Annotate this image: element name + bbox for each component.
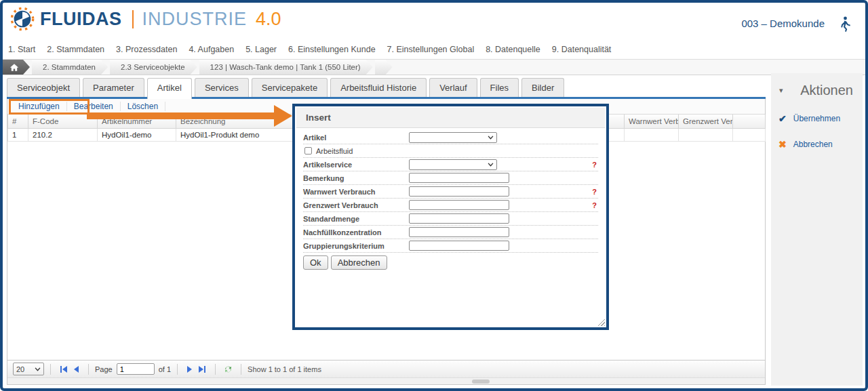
cell-filler [733, 128, 766, 141]
page-size-value: 20 [16, 365, 24, 373]
tab-serviceobjekt[interactable]: Serviceobjekt [7, 78, 80, 97]
grenzwert-label: Grenzwert Verbrauch [303, 201, 409, 209]
nav-item-aufgaben[interactable]: 4. Aufgaben [189, 45, 234, 54]
col-header-bezeichnung[interactable]: Bezeichnung [176, 115, 296, 128]
col-header-grenzwert[interactable]: Grenzwert Verbrauch [679, 115, 733, 128]
nav-item-datenqualitaet[interactable]: 9. Datenqualität [552, 45, 612, 54]
brand-name: FLUIDAS [40, 9, 122, 30]
field-row-nachfuellkonzentration: Nachfüllkonzentration [303, 226, 598, 239]
tab-arbeitsfluid-historie[interactable]: Arbeitsfluid Historie [330, 78, 427, 97]
arbeitsfluid-label: Arbeitsfluid [316, 147, 353, 155]
artikel-select[interactable] [409, 132, 497, 143]
next-page-button[interactable] [187, 366, 192, 373]
horizontal-scrollbar[interactable] [7, 377, 765, 384]
nav-item-lager[interactable]: 5. Lager [245, 45, 277, 54]
ok-button[interactable]: Ok [303, 255, 328, 270]
gruppierungskriterium-input[interactable] [409, 241, 509, 251]
pager-separator [177, 364, 178, 375]
breadcrumb-home[interactable] [3, 60, 30, 75]
tab-verlauf[interactable]: Verlauf [429, 78, 477, 97]
required-mark: ? [592, 201, 598, 209]
cancel-action-label: Abbrechen [793, 140, 833, 149]
actions-header: ▾ Aktionen [771, 73, 863, 98]
dialog-title: Insert [296, 108, 605, 128]
scrollbar-thumb[interactable] [472, 379, 490, 384]
tab-artikel[interactable]: Artikel [147, 78, 192, 99]
check-icon: ✔ [778, 113, 787, 124]
cell-fcode: 210.2 [28, 128, 98, 141]
apply-action-label: Übernehmen [793, 114, 840, 123]
field-row-standardmenge: Standardmenge [303, 212, 598, 226]
field-row-grenzwert: Grenzwert Verbrauch ? [303, 199, 598, 212]
gear-logo-icon [9, 6, 35, 32]
page-number-input[interactable] [117, 363, 155, 375]
apply-action[interactable]: ✔ Übernehmen [778, 113, 863, 124]
cell-grenzwert [679, 128, 733, 141]
artikelservice-select[interactable] [409, 159, 497, 170]
nav-item-einstellungen-kunde[interactable]: 6. Einstellungen Kunde [288, 45, 376, 54]
insert-dialog: Insert Artikel Arbeitsfluid Artikelservi… [292, 104, 609, 330]
standardmenge-input[interactable] [409, 213, 509, 224]
actions-sidebar: ▾ Aktionen ✔ Übernehmen ✖ Abbrechen [771, 73, 863, 386]
cancel-action[interactable]: ✖ Abbrechen [778, 139, 863, 150]
artikel-label: Artikel [303, 133, 409, 142]
dialog-buttons: Ok Abbrechen [303, 253, 598, 271]
page-size-select[interactable]: 20 [13, 363, 44, 375]
logo-divider [132, 10, 134, 28]
chevron-down-icon [488, 163, 494, 167]
col-header-index[interactable]: # [8, 115, 28, 128]
tab-parameter[interactable]: Parameter [83, 78, 144, 97]
resize-grip[interactable] [596, 317, 605, 326]
prev-page-button[interactable] [74, 366, 79, 373]
delete-button[interactable]: Löschen [121, 102, 165, 111]
logout-icon[interactable] [837, 16, 852, 35]
nav-item-prozessdaten[interactable]: 3. Prozessdaten [116, 45, 177, 54]
breadcrumb-item-serviceobjekt-detail[interactable]: 123 | Wasch-Tank demo | Tank 1 (550 Lite… [199, 60, 373, 75]
nav-item-start[interactable]: 1. Start [8, 45, 35, 54]
page-label: Page [95, 365, 113, 373]
x-icon: ✖ [778, 139, 787, 150]
nav-item-datenquelle[interactable]: 8. Datenquelle [486, 45, 540, 54]
add-button[interactable]: Hinzufügen [12, 102, 67, 111]
pager-separator [50, 364, 51, 375]
chevron-down-icon [35, 367, 41, 371]
pager-bar: 20 Page of 1 Show 1 to 1 of 1 items [7, 360, 765, 377]
chevron-down-icon [488, 136, 494, 140]
edit-button[interactable]: Bearbeiten [67, 102, 121, 111]
gruppierungskriterium-label: Gruppierungskriterium [303, 242, 409, 250]
field-row-artikel: Artikel [303, 131, 598, 144]
tab-servicepakete[interactable]: Servicepakete [252, 78, 328, 97]
tab-files[interactable]: Files [480, 78, 519, 97]
field-row-warnwert: Warnwert Verbrauch ? [303, 185, 598, 199]
standardmenge-label: Standardmenge [303, 215, 409, 223]
col-header-artikelnummer[interactable]: Artikelnummer [98, 115, 176, 128]
col-header-warnwert[interactable]: Warnwert Verbrauch [625, 115, 679, 128]
tab-bilder[interactable]: Bilder [521, 78, 564, 97]
tab-bar: Serviceobjekt Parameter Artikel Services… [7, 77, 766, 99]
pager-separator [241, 364, 241, 375]
grenzwert-input[interactable] [409, 200, 509, 210]
breadcrumb-item-stammdaten[interactable]: 2. Stammdaten [32, 60, 108, 75]
field-row-gruppierungskriterium: Gruppierungskriterium [303, 239, 598, 253]
nachfuellkonzentration-input[interactable] [409, 227, 509, 237]
nav-item-stammdaten[interactable]: 2. Stammdaten [47, 45, 104, 54]
warnwert-input[interactable] [409, 186, 509, 197]
arbeitsfluid-checkbox[interactable] [304, 147, 312, 155]
pager-separator [215, 364, 216, 375]
app-logo: FLUIDAS INDUSTRIE 4.0 [9, 6, 281, 32]
product-name: INDUSTRIE [142, 9, 248, 30]
col-header-filler [733, 115, 766, 128]
tab-services[interactable]: Services [195, 78, 249, 97]
refresh-icon[interactable] [223, 365, 233, 374]
dialog-cancel-button[interactable]: Abbrechen [331, 255, 387, 270]
col-header-fcode[interactable]: F-Code [28, 115, 98, 128]
cell-index: 1 [8, 128, 28, 141]
artikelservice-label: Artikelservice [303, 161, 409, 169]
breadcrumb: 2. Stammdaten 2.3 Serviceobjekte 123 | W… [3, 59, 865, 75]
breadcrumb-item-serviceobjekte[interactable]: 2.3 Serviceobjekte [110, 60, 197, 75]
last-page-button[interactable] [199, 366, 205, 373]
collapse-caret-icon[interactable]: ▾ [779, 86, 783, 95]
first-page-button[interactable] [60, 366, 67, 373]
nav-item-einstellungen-global[interactable]: 7. Einstellungen Global [387, 45, 475, 54]
bemerkung-input[interactable] [409, 173, 509, 183]
